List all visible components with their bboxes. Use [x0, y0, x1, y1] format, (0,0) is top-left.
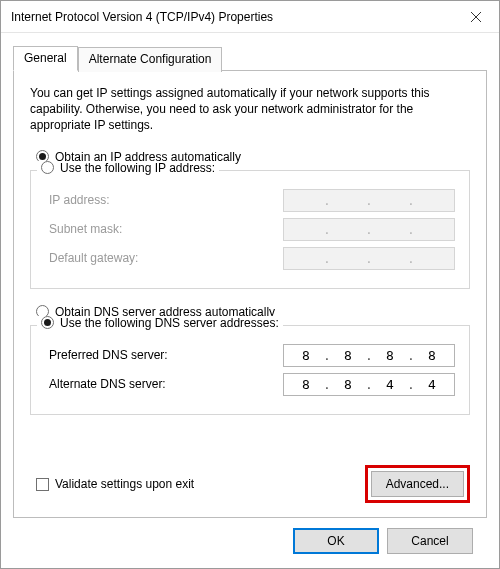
label-ip-address: IP address: — [49, 193, 283, 207]
close-button[interactable] — [453, 1, 499, 32]
input-subnet-mask: ... — [283, 218, 455, 241]
window-title: Internet Protocol Version 4 (TCP/IPv4) P… — [11, 10, 453, 24]
radio-icon — [41, 316, 54, 329]
octet: 8 — [294, 348, 318, 363]
tab-alternate-configuration[interactable]: Alternate Configuration — [78, 47, 223, 72]
label-default-gateway: Default gateway: — [49, 251, 283, 265]
tab-panel-general: You can get IP settings assigned automat… — [13, 70, 487, 518]
panel-bottom-row: Validate settings upon exit Advanced... — [30, 465, 470, 503]
ok-button[interactable]: OK — [293, 528, 379, 554]
checkbox-icon — [36, 478, 49, 491]
dialog-body: General Alternate Configuration You can … — [1, 33, 499, 568]
label-preferred-dns: Preferred DNS server: — [49, 348, 283, 362]
group-manual-ip: Use the following IP address: IP address… — [30, 170, 470, 289]
radio-use-dns-manual[interactable]: Use the following DNS server addresses: — [37, 316, 283, 330]
tabstrip: General Alternate Configuration — [13, 45, 487, 70]
radio-label: Use the following IP address: — [60, 161, 215, 175]
checkbox-validate-on-exit[interactable]: Validate settings upon exit — [36, 477, 194, 491]
radio-use-ip-manual[interactable]: Use the following IP address: — [37, 161, 219, 175]
label-subnet-mask: Subnet mask: — [49, 222, 283, 236]
dialog-window: Internet Protocol Version 4 (TCP/IPv4) P… — [0, 0, 500, 569]
checkbox-label: Validate settings upon exit — [55, 477, 194, 491]
input-alternate-dns[interactable]: 8. 8. 4. 4 — [283, 373, 455, 396]
octet: 8 — [294, 377, 318, 392]
dialog-footer: OK Cancel — [13, 518, 487, 554]
octet: 8 — [378, 348, 402, 363]
octet: 4 — [420, 377, 444, 392]
input-preferred-dns[interactable]: 8. 8. 8. 8 — [283, 344, 455, 367]
tab-general[interactable]: General — [13, 46, 78, 71]
input-default-gateway: ... — [283, 247, 455, 270]
cancel-button[interactable]: Cancel — [387, 528, 473, 554]
label-alternate-dns: Alternate DNS server: — [49, 377, 283, 391]
input-ip-address: ... — [283, 189, 455, 212]
octet: 8 — [420, 348, 444, 363]
close-icon — [471, 12, 481, 22]
intro-text: You can get IP settings assigned automat… — [30, 85, 470, 134]
advanced-button[interactable]: Advanced... — [371, 471, 464, 497]
titlebar: Internet Protocol Version 4 (TCP/IPv4) P… — [1, 1, 499, 33]
group-manual-dns: Use the following DNS server addresses: … — [30, 325, 470, 415]
highlight-box: Advanced... — [365, 465, 470, 503]
octet: 4 — [378, 377, 402, 392]
radio-icon — [41, 161, 54, 174]
radio-label: Use the following DNS server addresses: — [60, 316, 279, 330]
octet: 8 — [336, 348, 360, 363]
octet: 8 — [336, 377, 360, 392]
